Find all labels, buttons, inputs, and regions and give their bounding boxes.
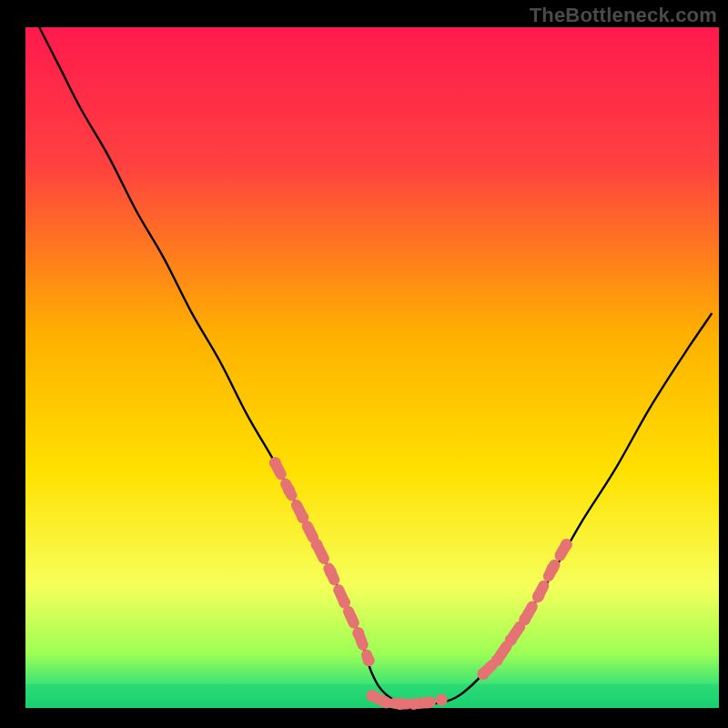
highlight-left-point <box>363 654 375 666</box>
highlight-right-point <box>505 634 517 646</box>
highlight-right-point <box>491 654 503 666</box>
highlight-left-point <box>283 484 295 496</box>
highlight-right-point <box>477 668 489 680</box>
highlight-right-point <box>532 590 544 602</box>
plot-background <box>25 27 719 708</box>
watermark-text: TheBottleneck.com <box>530 4 717 27</box>
highlight-bottom-point <box>408 698 420 710</box>
highlight-bottom-point <box>380 697 392 709</box>
highlight-bottom-point <box>436 694 448 706</box>
bottleneck-curve-chart <box>0 0 728 728</box>
chart-container: TheBottleneck.com <box>0 0 728 728</box>
highlight-left-point <box>297 511 308 523</box>
highlight-left-point <box>311 539 323 551</box>
highlight-left-point <box>269 457 281 469</box>
highlight-left-point <box>352 627 364 639</box>
highlight-bottom-point <box>367 690 379 702</box>
highlight-left-point <box>339 597 350 609</box>
highlight-right-point <box>547 562 559 574</box>
highlight-bottom-point <box>421 697 433 709</box>
highlight-bottom-point <box>394 698 406 710</box>
highlight-left-point <box>325 566 337 578</box>
highlight-right-point <box>519 613 531 625</box>
highlight-right-point <box>561 539 572 551</box>
